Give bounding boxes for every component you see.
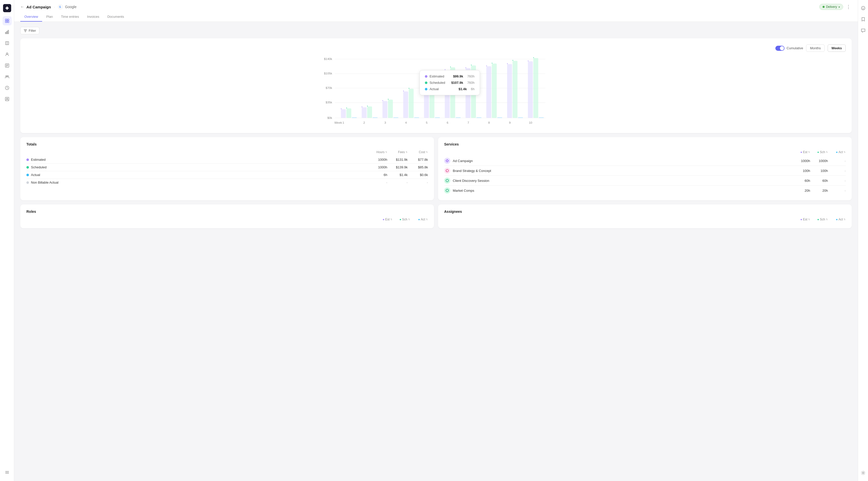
sidebar-item-clients[interactable] bbox=[3, 50, 12, 59]
tooltip-scheduled-value: $107.9k bbox=[451, 81, 463, 85]
svg-rect-48 bbox=[435, 117, 440, 118]
tooltip-scheduled-label: Scheduled bbox=[429, 81, 445, 85]
tooltip-estimated-row: Estimated $99.9k 760h bbox=[425, 74, 474, 78]
right-panel-settings-icon[interactable] bbox=[859, 469, 867, 477]
months-button[interactable]: Months bbox=[806, 44, 825, 52]
sort-sch: ⇅ bbox=[826, 151, 828, 153]
services-title: Services bbox=[444, 142, 846, 146]
sidebar bbox=[0, 0, 14, 481]
services-header: ● Est ⇅ ● Sch ⇅ ● Act ⇅ bbox=[444, 150, 846, 154]
estimated-label: Estimated bbox=[31, 158, 367, 161]
service-row-market-comps: Market Comps 20h 20h - bbox=[444, 186, 846, 195]
svg-rect-30 bbox=[346, 108, 347, 109]
svg-rect-3 bbox=[7, 21, 9, 23]
client-discovery-est: 60h bbox=[793, 179, 810, 183]
nonbillable-cost: - bbox=[408, 181, 428, 184]
totals-title: Totals bbox=[26, 142, 428, 146]
svg-text:$70k: $70k bbox=[326, 86, 332, 90]
weeks-button[interactable]: Weeks bbox=[828, 44, 846, 52]
service-row-ad-campaign: Ad Campaign 1000h 1000h - bbox=[444, 156, 846, 166]
right-panel bbox=[858, 0, 868, 481]
svg-text:$0k: $0k bbox=[328, 116, 332, 120]
svg-text:i: i bbox=[446, 170, 447, 172]
delivery-badge[interactable]: Delivery ▾ bbox=[819, 4, 843, 10]
actual-label: Actual bbox=[31, 173, 367, 177]
sidebar-item-overview[interactable] bbox=[3, 16, 12, 25]
cumulative-toggle-switch[interactable] bbox=[775, 46, 784, 51]
tooltip-actual-value: $1.4k bbox=[459, 87, 467, 91]
brand-strategy-icon: i bbox=[444, 168, 450, 174]
svg-rect-35 bbox=[367, 106, 368, 107]
svg-text:4: 4 bbox=[405, 121, 407, 124]
tooltip-actual-dot bbox=[425, 88, 427, 90]
col-header-fees: Fees ⇅ bbox=[387, 150, 408, 154]
totals-row-nonbillable: Non Billable Actual - - - bbox=[26, 179, 428, 186]
right-panel-face-icon[interactable] bbox=[859, 4, 867, 12]
svg-rect-1 bbox=[7, 19, 9, 21]
sidebar-item-team[interactable] bbox=[3, 72, 12, 81]
totals-header: Hours ⇅ Fees ⇅ Cost ⇅ bbox=[26, 150, 428, 154]
client-discovery-sch: 60h bbox=[810, 179, 828, 183]
cumulative-toggle[interactable]: Cumulative bbox=[775, 46, 803, 51]
sidebar-item-analytics[interactable] bbox=[3, 27, 12, 36]
estimated-hours: 1000h bbox=[367, 158, 387, 161]
svg-point-10 bbox=[7, 76, 8, 77]
svg-rect-73 bbox=[539, 117, 544, 118]
svg-rect-71 bbox=[528, 61, 533, 118]
svg-rect-66 bbox=[507, 64, 512, 118]
sidebar-item-time[interactable] bbox=[3, 83, 12, 92]
services-col-est: ● Est ⇅ bbox=[793, 150, 810, 154]
tab-invoices[interactable]: Invoices bbox=[83, 13, 103, 22]
market-comps-sch: 20h bbox=[810, 189, 828, 192]
sidebar-item-book[interactable] bbox=[3, 39, 12, 48]
client-discovery-icon bbox=[444, 178, 450, 184]
back-button[interactable]: ← bbox=[20, 5, 24, 9]
tooltip-estimated-label: Estimated bbox=[429, 74, 447, 78]
svg-rect-44 bbox=[403, 91, 404, 91]
svg-text:1: 1 bbox=[343, 121, 344, 124]
chart-card: Cumulative Months Weeks $140k $105k $70k… bbox=[20, 38, 852, 133]
filter-icon bbox=[24, 29, 27, 32]
right-panel-bookmark-icon[interactable] bbox=[859, 15, 867, 23]
tab-plan[interactable]: Plan bbox=[42, 13, 57, 22]
svg-point-9 bbox=[6, 76, 7, 77]
sidebar-item-reports[interactable] bbox=[3, 61, 12, 70]
chart-tooltip: Estimated $99.9k 760h Scheduled $107.9k … bbox=[420, 70, 480, 95]
svg-rect-70 bbox=[513, 60, 513, 61]
svg-rect-27 bbox=[346, 109, 351, 118]
svg-rect-40 bbox=[388, 99, 388, 99]
more-options-button[interactable]: ⋮ bbox=[845, 3, 852, 11]
svg-rect-69 bbox=[507, 63, 507, 64]
svg-rect-32 bbox=[367, 107, 372, 118]
svg-rect-26 bbox=[341, 109, 346, 118]
scheduled-hours: 1000h bbox=[367, 165, 387, 169]
svg-rect-55 bbox=[450, 66, 451, 67]
svg-rect-61 bbox=[486, 66, 491, 118]
estimated-cost: $77.8k bbox=[408, 158, 428, 161]
svg-rect-12 bbox=[5, 97, 9, 101]
delivery-status-dot bbox=[823, 6, 825, 8]
svg-text:$140k: $140k bbox=[324, 57, 332, 61]
client-discovery-act: - bbox=[828, 179, 846, 183]
tooltip-estimated-hours: 760h bbox=[467, 74, 475, 78]
tab-documents[interactable]: Documents bbox=[103, 13, 128, 22]
filter-bar: Filter bbox=[20, 27, 852, 34]
roles-col-act: ● Act ⇅ bbox=[410, 218, 428, 221]
totals-row-actual: Actual 6h $1.4k $0.6k bbox=[26, 171, 428, 179]
svg-text:9: 9 bbox=[509, 121, 510, 124]
svg-text:G: G bbox=[59, 6, 61, 8]
scheduled-dot bbox=[26, 166, 29, 169]
tab-overview[interactable]: Overview bbox=[20, 13, 42, 22]
svg-rect-36 bbox=[382, 101, 387, 118]
right-panel-chat-icon[interactable] bbox=[859, 26, 867, 34]
filter-button[interactable]: Filter bbox=[20, 27, 39, 34]
brand-strategy-name: Brand Strategy & Concept bbox=[453, 169, 793, 173]
tab-time-entries[interactable]: Time entries bbox=[57, 13, 83, 22]
sidebar-item-contacts[interactable] bbox=[3, 94, 12, 103]
actual-hours: 6h bbox=[367, 173, 387, 177]
brand-strategy-sch: 100h bbox=[810, 169, 828, 173]
col-header-hours: Hours ⇅ bbox=[367, 150, 387, 154]
sidebar-item-menu[interactable] bbox=[3, 468, 12, 477]
svg-rect-42 bbox=[409, 89, 413, 118]
actual-dot bbox=[26, 174, 29, 176]
